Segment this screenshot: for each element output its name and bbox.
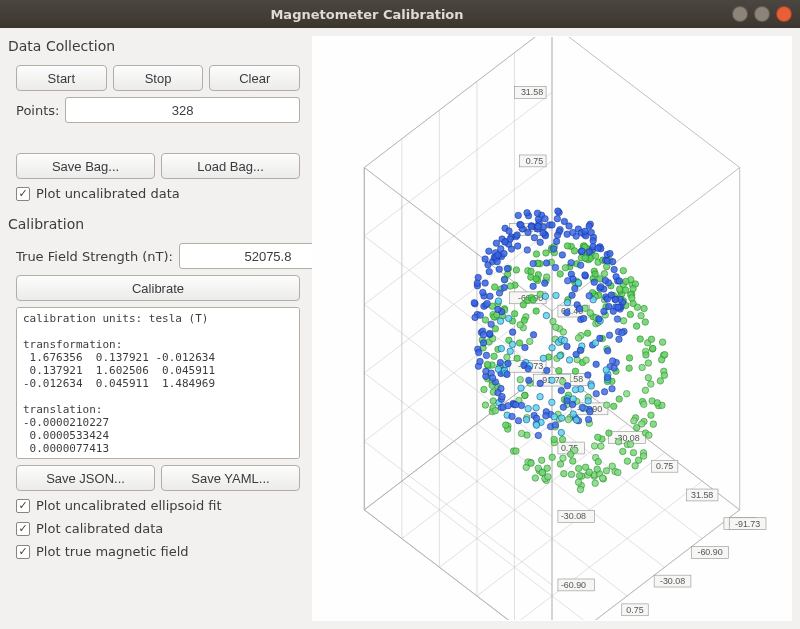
svg-point-604 — [564, 383, 571, 390]
svg-point-660 — [554, 232, 561, 239]
svg-point-487 — [601, 389, 608, 396]
plot-uncalibrated-fit-checkbox[interactable]: ✓ — [16, 499, 30, 513]
svg-point-215 — [643, 352, 650, 359]
data-collection-group: Start Stop Clear Points: Save Bag... Loa… — [8, 61, 308, 210]
svg-point-279 — [654, 400, 661, 407]
svg-point-258 — [627, 311, 634, 318]
svg-point-472 — [566, 357, 573, 364]
plot-calibrated-data-checkbox[interactable]: ✓ — [16, 522, 30, 536]
svg-point-414 — [604, 348, 611, 355]
svg-text:0.75: 0.75 — [626, 605, 643, 615]
svg-point-284 — [513, 267, 520, 274]
save-yaml-button[interactable]: Save YAML... — [161, 465, 300, 491]
svg-point-490 — [541, 280, 548, 287]
svg-point-182 — [661, 372, 668, 379]
svg-point-293 — [615, 438, 622, 445]
svg-point-106 — [482, 402, 489, 409]
svg-point-374 — [502, 422, 509, 429]
close-icon[interactable] — [776, 6, 792, 22]
save-bag-button[interactable]: Save Bag... — [16, 153, 155, 179]
svg-point-378 — [641, 305, 648, 312]
svg-point-223 — [620, 318, 627, 325]
svg-point-298 — [520, 301, 527, 308]
svg-point-274 — [630, 285, 637, 292]
svg-point-536 — [587, 408, 594, 415]
svg-point-405 — [537, 380, 544, 387]
calibrate-button[interactable]: Calibrate — [16, 275, 300, 301]
svg-point-591 — [509, 413, 516, 420]
svg-point-255 — [564, 243, 571, 250]
svg-point-216 — [583, 357, 590, 364]
svg-line-24 — [364, 510, 552, 620]
svg-point-236 — [490, 398, 497, 405]
svg-point-230 — [648, 381, 655, 388]
svg-point-100 — [527, 338, 534, 345]
svg-point-507 — [609, 385, 616, 392]
maximize-icon[interactable] — [754, 6, 770, 22]
minimize-icon[interactable] — [732, 6, 748, 22]
plot-uncalibrated-data-checkbox[interactable]: ✓ — [16, 187, 30, 201]
svg-point-553 — [540, 355, 547, 362]
calibration-output[interactable] — [16, 307, 300, 459]
svg-point-622 — [605, 303, 612, 310]
svg-point-608 — [606, 332, 613, 339]
svg-point-354 — [629, 295, 636, 302]
svg-point-502 — [593, 361, 600, 368]
svg-point-122 — [481, 386, 488, 393]
svg-point-619 — [525, 405, 532, 412]
svg-text:0.75: 0.75 — [656, 461, 673, 471]
svg-point-617 — [526, 377, 533, 384]
svg-point-213 — [642, 319, 649, 326]
svg-point-559 — [501, 250, 508, 257]
stop-button[interactable]: Stop — [113, 65, 204, 91]
svg-point-592 — [579, 248, 586, 255]
points-label: Points: — [16, 103, 59, 118]
svg-point-333 — [517, 376, 524, 383]
svg-point-671 — [507, 348, 514, 355]
svg-point-421 — [553, 238, 560, 245]
svg-point-692 — [615, 304, 622, 311]
load-bag-button[interactable]: Load Bag... — [161, 153, 300, 179]
svg-point-573 — [534, 210, 541, 217]
svg-point-656 — [564, 231, 571, 238]
svg-point-384 — [533, 251, 540, 258]
svg-text:-60.90: -60.90 — [697, 547, 722, 557]
svg-point-464 — [559, 252, 566, 259]
svg-point-391 — [601, 270, 608, 277]
svg-point-661 — [582, 228, 589, 235]
svg-point-222 — [532, 475, 539, 482]
svg-point-540 — [576, 306, 583, 313]
svg-point-615 — [619, 330, 626, 337]
svg-point-317 — [560, 329, 567, 336]
svg-point-564 — [564, 398, 571, 405]
svg-point-152 — [659, 339, 666, 346]
svg-point-225 — [565, 416, 572, 423]
clear-button[interactable]: Clear — [209, 65, 300, 91]
svg-point-147 — [518, 430, 525, 437]
svg-point-193 — [624, 458, 631, 465]
svg-point-639 — [489, 375, 496, 382]
svg-point-130 — [557, 461, 564, 468]
svg-point-397 — [498, 345, 505, 352]
plot-true-field-checkbox[interactable]: ✓ — [16, 545, 30, 559]
svg-point-599 — [552, 422, 559, 429]
svg-point-690 — [502, 239, 509, 246]
svg-point-633 — [533, 415, 540, 422]
svg-point-180 — [591, 443, 598, 450]
svg-line-43 — [364, 37, 552, 168]
svg-point-626 — [580, 315, 587, 322]
svg-point-610 — [486, 248, 493, 255]
svg-point-337 — [521, 317, 528, 324]
points-field[interactable] — [65, 97, 300, 123]
start-button[interactable]: Start — [16, 65, 107, 91]
svg-point-153 — [572, 368, 579, 375]
svg-point-327 — [594, 466, 601, 473]
svg-point-356 — [575, 479, 582, 486]
svg-point-526 — [543, 413, 550, 420]
save-json-button[interactable]: Save JSON... — [16, 465, 155, 491]
svg-point-324 — [648, 336, 655, 343]
svg-point-584 — [603, 367, 610, 374]
plot-3d[interactable]: 62.4031.580.75-30.08-60.90-91.73 62.4031… — [312, 36, 792, 621]
svg-point-102 — [491, 284, 498, 291]
svg-point-680 — [495, 298, 502, 305]
